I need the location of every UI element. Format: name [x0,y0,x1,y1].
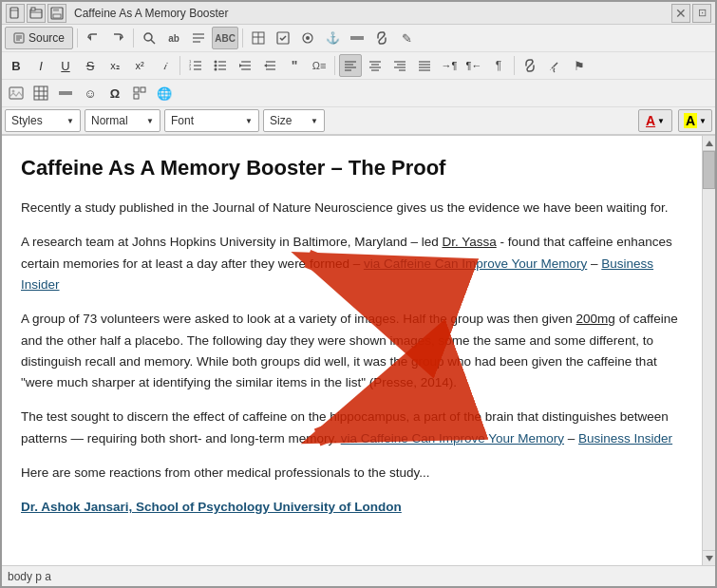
insert-hr-btn[interactable] [54,82,77,104]
insert-img-btn[interactable] [5,82,28,104]
table-btn[interactable] [247,27,270,49]
svg-rect-3 [31,8,35,10]
insert-emoji-btn[interactable]: ☺ [79,82,102,104]
scrollbar[interactable] [702,136,715,565]
para-btn[interactable]: ¶ [487,54,510,77]
align-center-btn[interactable] [364,54,387,77]
save-btn[interactable] [47,4,66,23]
bold-btn[interactable]: B [5,54,28,77]
source-button[interactable]: Source [5,27,73,49]
svg-rect-6 [53,14,61,18]
sep6 [514,56,515,75]
code-btn[interactable]: 𝑖 [153,54,176,77]
special4-btn[interactable] [128,82,151,104]
subscript-btn[interactable]: x₂ [104,54,126,77]
restore-btn[interactable]: ⊡ [692,4,711,23]
titlebar-icons [6,4,66,23]
unlink-btn[interactable] [543,54,566,77]
insert-globe-btn[interactable]: 🌐 [153,82,176,104]
font-dropdown[interactable]: Font ▼ [164,109,259,132]
svg-line-62 [528,64,532,67]
strike-btn[interactable]: S [79,54,102,77]
checkbox-btn[interactable] [272,27,294,49]
svg-line-14 [151,40,155,44]
svg-marker-45 [264,64,267,67]
svg-point-36 [215,65,217,67]
underline-icon: U [61,59,69,73]
para-3: A group of 73 volunteers were asked to l… [21,309,683,393]
align-left-btn[interactable] [339,54,362,77]
svg-marker-41 [239,64,242,67]
scroll-down-btn[interactable] [703,550,715,565]
editor-area[interactable]: Caffeine As A Memory Booster – The Proof… [2,136,702,565]
anchor-btn[interactable]: ⚓ [321,27,344,49]
special2-btn[interactable]: Ω≡ [308,54,330,77]
dr-yassa-link[interactable]: Dr. Yassa [442,235,496,249]
superscript-btn[interactable]: x² [128,54,151,77]
link-business-insider-2[interactable]: Business Insider [578,431,672,446]
format-btn[interactable] [187,27,210,49]
svg-rect-74 [134,94,139,99]
normal-dropdown[interactable]: Normal ▼ [85,109,160,132]
titlebar-title: Caffeine As A Memory Booster [70,7,229,20]
undo-btn[interactable] [82,27,104,49]
font-color-label: A [646,113,655,128]
spellcheck-btn[interactable]: ABC [212,27,238,49]
para-1: Recently a study published in the Journa… [21,198,683,218]
sep5 [334,56,335,75]
radio-btn[interactable] [296,27,319,49]
svg-point-65 [12,90,15,93]
ltr-btn[interactable]: →¶ [438,54,461,77]
toolbar-row-3: ☺ Ω 🌐 [2,80,715,107]
redo-btn[interactable] [106,27,129,49]
new-btn[interactable] [6,4,25,23]
underline-btn[interactable]: U [54,54,77,77]
outdent-btn[interactable] [234,54,256,77]
svg-rect-64 [9,87,23,99]
svg-marker-78 [706,141,713,146]
scroll-up-btn[interactable] [703,136,715,151]
svg-text:3: 3 [189,66,192,71]
blockquote-btn[interactable]: " [283,54,306,77]
dr-ashok-link[interactable]: Dr. Ashok Jansari, School of Psychology … [21,500,402,514]
content-area: Caffeine As A Memory Booster – The Proof… [2,136,715,565]
open-btn[interactable] [27,4,46,23]
align-right-btn[interactable] [388,54,411,77]
size-arrow: ▼ [311,117,318,125]
titlebar-left: Caffeine As A Memory Booster [6,4,229,23]
link-caffeine-1[interactable]: via Caffeine Can Improve Your Memory [364,256,587,271]
svg-rect-72 [134,87,139,92]
styles-label: Styles [11,114,43,127]
edit-btn[interactable]: ✎ [395,27,418,49]
font-color-btn[interactable]: A ▼ [638,109,672,132]
rtl-btn[interactable]: ¶← [462,54,485,77]
insert-table-btn[interactable] [29,82,52,104]
replace-btn[interactable]: ab [162,27,185,49]
styles-dropdown[interactable]: Styles ▼ [5,109,81,132]
justify-btn[interactable] [413,54,436,77]
bg-color-btn[interactable]: A ▼ [678,109,712,132]
svg-marker-79 [706,556,713,561]
flag-btn[interactable]: ⚑ [568,54,591,77]
statusbar: body p a [2,565,715,586]
indent-btn[interactable] [258,54,281,77]
scrollbar-thumb[interactable] [703,151,715,189]
italic-btn[interactable]: I [29,54,52,77]
close-x-btn[interactable]: ✕ [671,4,690,23]
svg-point-35 [215,61,217,64]
article-title: Caffeine As A Memory Booster – The Proof [21,151,683,184]
link-caffeine-2[interactable]: via Caffeine Can Improve Your Memory [341,431,564,446]
scrollbar-track[interactable] [703,189,715,550]
ul-btn[interactable] [209,54,232,77]
hline-btn[interactable] [346,27,368,49]
para-5: Here are some reactions from other medic… [21,463,683,484]
insert-symbol-btn[interactable]: Ω [104,82,126,104]
ol-btn[interactable]: 123 [184,54,207,77]
svg-rect-5 [53,8,59,11]
link2-btn[interactable] [519,54,541,77]
link-btn[interactable] [370,27,393,49]
size-dropdown[interactable]: Size ▼ [263,109,325,132]
search-btn[interactable] [138,27,160,49]
font-color-arrow: ▼ [657,117,665,125]
statusbar-text: body p a [8,570,51,583]
